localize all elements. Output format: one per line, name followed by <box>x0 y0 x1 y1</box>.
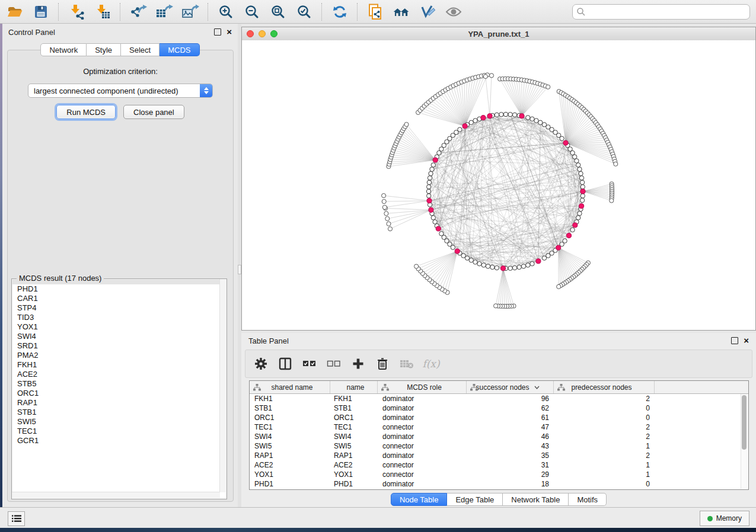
network-node[interactable] <box>426 189 430 193</box>
column-header-successor-nodes[interactable]: successor nodes <box>467 381 554 393</box>
list-item[interactable]: CAR1 <box>12 294 226 303</box>
zoom-selected-icon[interactable] <box>295 3 313 21</box>
table-row[interactable]: PHD1PHD1dominator180 <box>250 479 748 489</box>
mcds-hub-node[interactable] <box>580 189 585 194</box>
mcds-hub-node[interactable] <box>579 204 584 209</box>
save-session-icon[interactable] <box>32 3 50 21</box>
network-node[interactable] <box>429 171 433 175</box>
network-node[interactable] <box>508 266 512 270</box>
mcds-hub-node[interactable] <box>519 114 524 118</box>
network-node[interactable] <box>486 264 490 268</box>
list-item[interactable]: ORC1 <box>12 389 226 398</box>
mcds-hub-node[interactable] <box>436 226 441 231</box>
table-row[interactable]: ORC1ORC1dominator610 <box>250 413 748 422</box>
network-node[interactable] <box>430 167 434 171</box>
network-node[interactable] <box>388 227 392 231</box>
network-node[interactable] <box>427 185 431 189</box>
network-node[interactable] <box>530 262 534 266</box>
network-node[interactable] <box>469 258 473 262</box>
open-session-icon[interactable] <box>6 3 24 21</box>
network-node[interactable] <box>526 263 530 267</box>
deselect-all-icon[interactable] <box>327 357 341 371</box>
mcds-hub-node[interactable] <box>500 266 505 271</box>
table-row[interactable]: SWI4SWI4dominator462 <box>250 432 748 441</box>
list-item[interactable]: STB5 <box>12 379 226 389</box>
network-node[interactable] <box>580 194 585 198</box>
list-item[interactable]: GCR1 <box>12 436 226 446</box>
table-row[interactable]: ACE2ACE2connector311 <box>250 460 748 470</box>
network-node[interactable] <box>431 216 435 220</box>
network-node[interactable] <box>473 118 477 123</box>
optimization-criterion-select[interactable]: largest connected component (undirected) <box>28 84 213 98</box>
network-node[interactable] <box>517 265 521 269</box>
list-item[interactable]: FKH1 <box>12 360 226 370</box>
network-node[interactable] <box>427 180 431 184</box>
network-node[interactable] <box>490 265 495 269</box>
network-node[interactable] <box>614 162 618 166</box>
network-node[interactable] <box>512 265 516 270</box>
network-node[interactable] <box>576 216 580 220</box>
split-view-icon[interactable] <box>278 357 292 371</box>
tab-network-table[interactable]: Network Table <box>503 493 569 506</box>
tab-edge-table[interactable]: Edge Table <box>447 493 503 506</box>
network-node[interactable] <box>570 227 575 232</box>
tab-select[interactable]: Select <box>121 43 160 56</box>
network-node[interactable] <box>458 127 462 132</box>
network-node[interactable] <box>580 180 584 184</box>
network-canvas[interactable] <box>242 40 755 330</box>
import-table-icon[interactable] <box>94 3 111 21</box>
zoom-in-icon[interactable] <box>217 3 235 21</box>
network-node[interactable] <box>575 159 579 163</box>
network-node[interactable] <box>427 194 431 198</box>
tab-motifs[interactable]: Motifs <box>569 493 607 506</box>
memory-button[interactable]: Memory <box>700 511 749 526</box>
mcds-hub-node[interactable] <box>566 233 571 238</box>
network-node[interactable] <box>560 242 564 246</box>
edit-style-icon[interactable] <box>419 3 436 21</box>
close-panel-button[interactable]: Close panel <box>123 105 184 119</box>
delete-column-icon[interactable] <box>375 357 390 371</box>
table-row[interactable]: RAP1RAP1dominator352 <box>250 451 748 460</box>
list-item[interactable]: STP4 <box>12 303 226 313</box>
network-node[interactable] <box>573 155 577 159</box>
network-node[interactable] <box>530 117 534 121</box>
show-networks-icon[interactable] <box>393 3 410 21</box>
tab-node-table[interactable]: Node Table <box>391 493 448 506</box>
network-node[interactable] <box>431 163 435 167</box>
network-node[interactable] <box>499 113 503 117</box>
list-item[interactable]: STB1 <box>12 408 226 417</box>
network-node[interactable] <box>578 211 582 216</box>
search-input[interactable] <box>572 4 750 20</box>
add-column-icon[interactable] <box>351 357 365 371</box>
network-node[interactable] <box>428 176 432 180</box>
network-node[interactable] <box>578 167 582 171</box>
table-row[interactable]: TEC1TEC1connector472 <box>250 422 748 432</box>
column-header-name[interactable]: name <box>330 381 378 393</box>
column-header-shared-name[interactable]: shared name <box>250 381 330 393</box>
float-panel-icon[interactable] <box>214 28 221 36</box>
list-item[interactable]: SWI4 <box>12 332 226 341</box>
list-item[interactable]: TID3 <box>12 313 226 322</box>
table-row[interactable]: SWI5SWI5connector431 <box>250 441 748 451</box>
mcds-hub-node[interactable] <box>427 198 432 203</box>
network-window-titlebar[interactable]: YPA_prune.txt_1 <box>242 27 755 41</box>
tab-mcds[interactable]: MCDS <box>160 43 199 56</box>
network-node[interactable] <box>384 211 388 216</box>
scrollbar-thumb[interactable] <box>742 395 747 450</box>
network-node[interactable] <box>580 185 585 189</box>
settings-gear-icon[interactable] <box>254 357 268 371</box>
mcds-hub-node[interactable] <box>573 223 578 227</box>
list-vertical-scrollbar[interactable] <box>219 279 227 492</box>
network-node[interactable] <box>382 194 386 198</box>
network-node[interactable] <box>495 265 499 270</box>
column-header-predecessor-nodes[interactable]: predecessor nodes <box>554 381 655 393</box>
network-node[interactable] <box>538 120 543 124</box>
export-image-icon[interactable] <box>181 3 199 21</box>
duplicate-network-icon[interactable] <box>366 3 384 21</box>
mcds-hub-node[interactable] <box>556 245 561 250</box>
select-all-icon[interactable] <box>302 357 317 371</box>
network-node[interactable] <box>483 74 487 78</box>
network-node[interactable] <box>610 198 614 203</box>
network-node[interactable] <box>469 120 473 124</box>
network-node[interactable] <box>579 176 583 180</box>
